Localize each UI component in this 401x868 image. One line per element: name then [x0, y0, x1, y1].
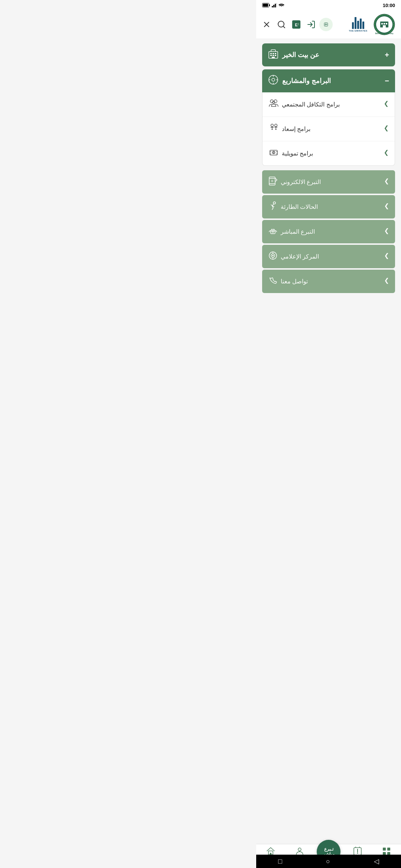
- contact-icon-svg: [322, 20, 330, 29]
- svg-rect-23: [273, 53, 274, 54]
- chevron-icon-2: ❮: [384, 125, 389, 132]
- search-icon: [277, 20, 286, 29]
- happiness-left: برامج إسعاد: [268, 123, 310, 135]
- about-title: عن بيت الخير: [282, 51, 319, 59]
- funding-left: برامج تمويلية: [268, 147, 313, 160]
- e-donation-left: التبرع الالكتروني: [268, 176, 321, 188]
- svg-point-30: [272, 78, 275, 81]
- svg-rect-3: [276, 3, 277, 7]
- svg-rect-11: [384, 23, 385, 24]
- svg-rect-13: [383, 25, 386, 27]
- chevron-icon-3: ❮: [384, 150, 389, 157]
- svg-point-57: [273, 202, 276, 204]
- svg-rect-27: [275, 55, 276, 56]
- svg-point-56: [271, 180, 273, 182]
- social-solidarity-title: برامج التكافل المجتمعي: [282, 101, 340, 108]
- about-section: + عن بيت الخير: [262, 43, 395, 66]
- svg-rect-10: [381, 23, 383, 24]
- header-left: Beit Al Khair Society THE EMIRATES: [348, 13, 397, 36]
- about-expand-icon: +: [385, 51, 389, 59]
- svg-rect-28: [272, 57, 275, 58]
- electronic-donation-item[interactable]: ❮ التبرع الالكتروني: [262, 170, 395, 194]
- emergency-title: الحالات الطارئة: [281, 203, 318, 210]
- svg-rect-24: [275, 53, 276, 54]
- translate-icon: E ع: [292, 20, 301, 29]
- main-content: + عن بيت الخير: [256, 39, 401, 323]
- chevron-icon: ❮: [384, 101, 389, 108]
- contact-button[interactable]: [319, 18, 333, 31]
- translate-button[interactable]: E ع: [290, 18, 303, 31]
- contact-us-title: تواصل معنا: [281, 278, 308, 285]
- media-icon: [268, 251, 278, 262]
- status-icons: [262, 3, 284, 7]
- e-donation-title: التبرع الالكتروني: [281, 178, 321, 185]
- svg-text:Beit Al Khair Society: Beit Al Khair Society: [375, 32, 394, 34]
- svg-rect-5: [263, 4, 268, 7]
- direct-donation-item[interactable]: ❮ التبرع المباشر: [262, 220, 395, 243]
- funding-programs-item[interactable]: ❮ برامج تمويلية: [263, 141, 395, 165]
- svg-point-38: [271, 124, 274, 127]
- programs-collapse-icon: −: [385, 77, 389, 85]
- contact-us-left: تواصل معنا: [268, 276, 308, 287]
- svg-rect-26: [273, 55, 274, 56]
- login-button[interactable]: [304, 18, 318, 31]
- svg-rect-1: [273, 5, 274, 7]
- happiness-programs-item[interactable]: ❮ برامج إسعاد: [263, 117, 395, 141]
- gray-items-list: ❮ التبرع الالكتروني ❮ الحالات الطارئ: [262, 170, 395, 293]
- emergency-icon: [268, 201, 278, 213]
- svg-point-44: [275, 124, 277, 127]
- direct-donation-chevron: ❮: [384, 228, 389, 235]
- media-chevron: ❮: [384, 253, 389, 260]
- svg-rect-25: [270, 55, 272, 56]
- app-header: Beit Al Khair Society THE EMIRATES: [256, 10, 401, 39]
- svg-point-58: [272, 231, 274, 233]
- direct-donation-left: التبرع المباشر: [268, 226, 315, 237]
- media-title: المركز الإعلامي: [281, 253, 319, 260]
- programs-icon: [268, 75, 278, 87]
- svg-rect-22: [270, 53, 272, 54]
- direct-donation-title: التبرع المباشر: [281, 228, 315, 235]
- status-bar: 10:00: [256, 0, 401, 10]
- svg-point-61: [272, 255, 274, 256]
- svg-rect-6: [269, 4, 270, 6]
- e-donation-chevron: ❮: [384, 178, 389, 185]
- programs-title: البرامج والمشاريع: [282, 77, 331, 85]
- contact-us-chevron: ❮: [384, 278, 389, 285]
- social-solidarity-icon: [268, 98, 279, 111]
- svg-text:E: E: [295, 23, 297, 27]
- media-center-item[interactable]: ❮ المركز الإعلامي: [262, 245, 395, 268]
- social-solidarity-left: برامج التكافل المجتمعي: [268, 98, 340, 111]
- about-icon: [268, 49, 278, 61]
- svg-rect-0: [272, 6, 273, 7]
- header-right: E ع: [260, 18, 333, 31]
- contact-us-icon: [268, 276, 278, 287]
- login-icon: [307, 20, 316, 29]
- contact-us-item[interactable]: ❮ تواصل معنا: [262, 270, 395, 293]
- about-left: +: [385, 51, 389, 59]
- e-donation-icon: [268, 176, 278, 188]
- emergency-chevron: ❮: [384, 203, 389, 210]
- logo-svg: Beit Al Khair Society: [371, 13, 397, 36]
- svg-rect-2: [275, 4, 276, 7]
- svg-line-47: [276, 127, 277, 128]
- happiness-icon: [268, 123, 279, 135]
- media-left: المركز الإعلامي: [268, 251, 319, 262]
- emirates-bars: [352, 17, 364, 29]
- programs-sub-items: ❮ برامج التكافل المجتمعي: [262, 92, 395, 166]
- emergency-cases-item[interactable]: ❮ الحالات الطارئة: [262, 195, 395, 218]
- status-time: 10:00: [383, 3, 395, 8]
- funding-title: برامج تمويلية: [282, 150, 313, 157]
- beit-al-khair-logo: Beit Al Khair Society: [371, 13, 397, 36]
- emergency-left: الحالات الطارئة: [268, 201, 318, 213]
- emirates-text: THE EMIRATES: [349, 30, 367, 32]
- programs-section: − البرامج والمشاريع: [262, 69, 395, 166]
- svg-line-46: [274, 127, 276, 128]
- close-button[interactable]: [260, 18, 273, 31]
- about-section-header[interactable]: + عن بيت الخير: [262, 43, 395, 66]
- social-solidarity-item[interactable]: ❮ برامج التكافل المجتمعي: [263, 92, 395, 117]
- wifi-icon: [278, 3, 284, 7]
- search-button[interactable]: [275, 18, 288, 31]
- programs-section-header[interactable]: − البرامج والمشاريع: [262, 69, 395, 92]
- programs-left: −: [385, 77, 389, 85]
- emirates-logo: THE EMIRATES: [348, 14, 368, 35]
